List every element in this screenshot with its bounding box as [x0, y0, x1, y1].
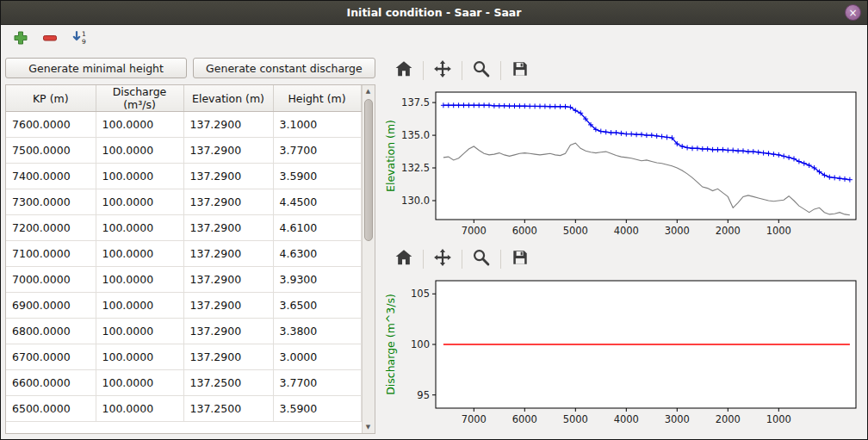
table-cell[interactable]: 3.9300 — [273, 267, 361, 293]
remove-row-button[interactable] — [39, 28, 61, 51]
table-cell[interactable]: 3.5900 — [273, 164, 361, 189]
generator-buttons: Generate minimal height Generate constan… — [5, 58, 375, 78]
table-cell[interactable]: 4.6100 — [273, 215, 361, 241]
table-cell[interactable]: 137.2500 — [183, 396, 273, 422]
table-cell[interactable]: 137.2900 — [183, 189, 273, 215]
elevation-home-button[interactable] — [393, 59, 415, 82]
table-row[interactable]: 7000.0000100.0000137.29003.9300 — [6, 267, 361, 293]
table-cell[interactable]: 137.2900 — [183, 293, 273, 319]
scrollbar-track[interactable] — [363, 97, 375, 421]
discharge-pan-button[interactable] — [431, 248, 454, 270]
table-cell[interactable]: 7000.0000 — [6, 267, 96, 293]
scroll-down-icon[interactable]: ▼ — [363, 421, 375, 433]
svg-text:Discharge (m^3/s): Discharge (m^3/s) — [384, 294, 397, 395]
table-cell[interactable]: 100.0000 — [96, 189, 183, 215]
table-cell[interactable]: 100.0000 — [96, 164, 183, 189]
table-cell[interactable]: 7600.0000 — [6, 112, 96, 138]
discharge-home-button[interactable] — [393, 248, 415, 270]
table-row[interactable]: 6800.0000100.0000137.29003.3800 — [6, 319, 361, 344]
table-cell[interactable]: 6800.0000 — [6, 319, 96, 344]
table-cell[interactable]: 3.7700 — [273, 370, 361, 396]
table-cell[interactable]: 7300.0000 — [6, 189, 96, 215]
svg-text:137.5: 137.5 — [401, 96, 430, 108]
table-cell[interactable]: 7400.0000 — [6, 164, 96, 189]
table-cell[interactable]: 100.0000 — [96, 267, 183, 293]
table-cell[interactable]: 3.6500 — [273, 293, 361, 319]
table-cell[interactable]: 137.2900 — [183, 215, 273, 241]
table-cell[interactable]: 7200.0000 — [6, 215, 96, 241]
main-content: Generate minimal height Generate constan… — [1, 53, 867, 439]
table-cell[interactable]: 137.2900 — [183, 164, 273, 189]
table-row[interactable]: 6600.0000100.0000137.25003.7700 — [6, 370, 361, 396]
table-cell[interactable]: 6600.0000 — [6, 370, 96, 396]
table-row[interactable]: 7400.0000100.0000137.29003.5900 — [6, 164, 361, 189]
table-scrollbar[interactable]: ▲ ▼ — [362, 85, 375, 433]
table-cell[interactable]: 100.0000 — [96, 344, 183, 370]
table-cell[interactable]: 137.2900 — [183, 267, 273, 293]
table-cell[interactable]: 4.6300 — [273, 241, 361, 267]
toolbar-separator — [500, 250, 501, 269]
elevation-save-button[interactable] — [509, 59, 531, 82]
column-header-discharge[interactable]: Discharge (m³/s) — [96, 85, 183, 112]
scroll-up-icon[interactable]: ▲ — [363, 85, 375, 97]
svg-text:1000: 1000 — [766, 413, 790, 425]
generate-minimal-height-button[interactable]: Generate minimal height — [5, 58, 187, 78]
table-cell[interactable]: 100.0000 — [96, 319, 183, 344]
table-cell[interactable]: 100.0000 — [96, 138, 183, 164]
table-cell[interactable]: 137.2900 — [183, 319, 273, 344]
table-cell[interactable]: 3.3800 — [273, 319, 361, 344]
discharge-zoom-button[interactable] — [470, 248, 493, 270]
left-panel: Generate minimal height Generate constan… — [1, 53, 377, 439]
table-cell[interactable]: 6700.0000 — [6, 344, 96, 370]
table-cell[interactable]: 137.2500 — [183, 370, 273, 396]
column-header-height[interactable]: Height (m) — [273, 85, 361, 112]
discharge-save-button[interactable] — [509, 248, 531, 270]
table-row[interactable]: 7300.0000100.0000137.29004.4500 — [6, 189, 361, 215]
elevation-chart[interactable]: 7000600050004000300020001000130.0132.513… — [382, 86, 865, 244]
table-cell[interactable]: 6900.0000 — [6, 293, 96, 319]
table-cell[interactable]: 3.0000 — [273, 344, 361, 370]
table-cell[interactable]: 100.0000 — [96, 215, 183, 241]
table-cell[interactable]: 100.0000 — [96, 241, 183, 267]
table-cell[interactable]: 3.7700 — [273, 138, 361, 164]
table-cell[interactable]: 137.2900 — [183, 344, 273, 370]
remove-icon — [41, 29, 59, 50]
table-cell[interactable]: 100.0000 — [96, 112, 183, 138]
discharge-chart[interactable]: 700060005000400030002000100095100105Disc… — [382, 275, 865, 432]
table-row[interactable]: 7100.0000100.0000137.29004.6300 — [6, 241, 361, 267]
table-cell[interactable]: 100.0000 — [96, 396, 183, 422]
table-cell[interactable]: 4.4500 — [273, 189, 361, 215]
table-cell[interactable]: 7500.0000 — [6, 138, 96, 164]
scrollbar-thumb[interactable] — [364, 99, 373, 241]
elevation-zoom-button[interactable] — [470, 59, 493, 82]
svg-text:1000: 1000 — [766, 225, 790, 237]
toolbar-separator — [500, 61, 501, 80]
svg-text:132.5: 132.5 — [401, 162, 430, 174]
table-cell[interactable]: 6500.0000 — [6, 396, 96, 422]
table-cell[interactable]: 7100.0000 — [6, 241, 96, 267]
column-header-elevation[interactable]: Elevation (m) — [183, 85, 273, 112]
table-row[interactable]: 6500.0000100.0000137.25003.5900 — [6, 396, 361, 422]
table-cell[interactable]: 100.0000 — [96, 293, 183, 319]
table-cell[interactable]: 100.0000 — [96, 370, 183, 396]
sort-button[interactable]: 1 9 — [68, 28, 90, 51]
table-row[interactable]: 7200.0000100.0000137.29004.6100 — [6, 215, 361, 241]
elevation-pan-button[interactable] — [431, 59, 454, 82]
table-row[interactable]: 6900.0000100.0000137.29003.6500 — [6, 293, 361, 319]
table-cell[interactable]: 3.5900 — [273, 396, 361, 422]
add-row-button[interactable] — [9, 28, 32, 51]
table-row[interactable]: 7500.0000100.0000137.29003.7700 — [6, 138, 361, 164]
column-header-kp[interactable]: KP (m) — [6, 85, 96, 112]
svg-text:7000: 7000 — [461, 225, 486, 237]
table-row[interactable]: 7600.0000100.0000137.29003.1000 — [6, 112, 361, 138]
table-cell[interactable]: 137.2900 — [183, 241, 273, 267]
table-cell[interactable]: 137.2900 — [183, 112, 273, 138]
toolbar-separator — [462, 250, 462, 269]
table-row[interactable]: 6700.0000100.0000137.29003.0000 — [6, 344, 361, 370]
title-bar[interactable]: Initial condition - Saar - Saar × — [1, 1, 867, 25]
table-cell[interactable]: 3.1000 — [273, 112, 361, 138]
generate-constant-discharge-button[interactable]: Generate constant discharge — [193, 58, 375, 78]
close-button[interactable]: × — [845, 4, 861, 21]
table-cell[interactable]: 137.2900 — [183, 138, 273, 164]
svg-text:9: 9 — [82, 38, 86, 46]
